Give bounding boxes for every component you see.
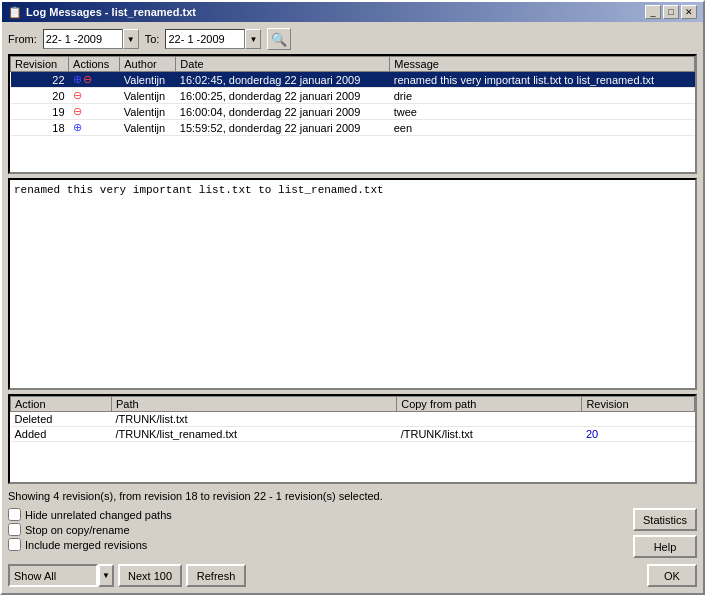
cell-date: 15:59:52, donderdag 22 januari 2009 [176, 120, 390, 136]
path-cell-revision: 20 [582, 427, 695, 442]
include-merged-checkbox[interactable] [8, 538, 21, 551]
col-author[interactable]: Author [120, 57, 176, 72]
cell-actions: ⊕ ⊖ [69, 72, 120, 88]
path-col-path[interactable]: Path [112, 397, 397, 412]
from-date-input[interactable] [43, 29, 123, 49]
cell-message: drie [390, 88, 695, 104]
content-area: From: ▼ To: ▼ 🔍 Revision Actions Author [2, 22, 703, 593]
cell-author: Valentijn [120, 88, 176, 104]
cell-actions: ⊖ [69, 104, 120, 120]
include-merged-label: Include merged revisions [25, 539, 147, 551]
path-table: Action Path Copy from path Revision Dele… [10, 396, 695, 442]
minimize-button[interactable]: _ [645, 5, 661, 19]
path-table-header: Action Path Copy from path Revision [11, 397, 695, 412]
window-icon: 📋 [8, 6, 22, 19]
show-all-input[interactable] [8, 564, 98, 587]
status-text: Showing 4 revision(s), from revision 18 … [8, 490, 383, 502]
cell-author: Valentijn [120, 104, 176, 120]
col-message[interactable]: Message [390, 57, 695, 72]
col-date[interactable]: Date [176, 57, 390, 72]
col-revision[interactable]: Revision [11, 57, 69, 72]
checkbox-row-1: Hide unrelated changed paths [8, 508, 172, 521]
from-date-dropdown[interactable]: ▼ [123, 29, 139, 49]
checkboxes-area: Hide unrelated changed paths Stop on cop… [8, 508, 172, 551]
cell-author: Valentijn [120, 120, 176, 136]
stop-on-copy-label: Stop on copy/rename [25, 524, 130, 536]
next-100-button[interactable]: Next 100 [118, 564, 182, 587]
statistics-button[interactable]: Statistics [633, 508, 697, 531]
log-table-header: Revision Actions Author Date Message [11, 57, 695, 72]
checkbox-row-2: Stop on copy/rename [8, 523, 172, 536]
cell-actions: ⊕ [69, 120, 120, 136]
maximize-button[interactable]: □ [663, 5, 679, 19]
log-table: Revision Actions Author Date Message 22 … [10, 56, 695, 136]
checkbox-row-3: Include merged revisions [8, 538, 172, 551]
cell-message: renamed this very important list.txt to … [390, 72, 695, 88]
action-delete-icon: ⊖ [73, 89, 82, 101]
hide-unrelated-label: Hide unrelated changed paths [25, 509, 172, 521]
from-label: From: [8, 33, 37, 45]
status-bar: Showing 4 revision(s), from revision 18 … [8, 488, 697, 504]
path-cell-path: /TRUNK/list.txt [112, 412, 397, 427]
refresh-button[interactable]: Refresh [186, 564, 246, 587]
action-modify-icon: ⊕ [73, 73, 82, 86]
title-bar-controls: _ □ ✕ [645, 5, 697, 19]
ok-button[interactable]: OK [647, 564, 697, 587]
from-date-combo: ▼ [43, 29, 139, 49]
action-delete-icon: ⊖ [83, 73, 92, 86]
cell-date: 16:00:25, donderdag 22 januari 2009 [176, 88, 390, 104]
path-cell-action: Added [11, 427, 112, 442]
action-delete-icon: ⊖ [73, 105, 82, 117]
path-cell-copy [397, 412, 582, 427]
to-date-combo: ▼ [165, 29, 261, 49]
path-col-action[interactable]: Action [11, 397, 112, 412]
log-table-container: Revision Actions Author Date Message 22 … [8, 54, 697, 174]
cell-message: een [390, 120, 695, 136]
title-bar: 📋 Log Messages - list_renamed.txt _ □ ✕ [2, 2, 703, 22]
action-add-icon: ⊕ [73, 121, 82, 133]
cell-message: twee [390, 104, 695, 120]
search-button[interactable]: 🔍 [267, 28, 291, 50]
cell-revision: 18 [11, 120, 69, 136]
to-date-dropdown[interactable]: ▼ [245, 29, 261, 49]
table-row[interactable]: 19 ⊖ Valentijn 16:00:04, donderdag 22 ja… [11, 104, 695, 120]
cell-date: 16:00:04, donderdag 22 januari 2009 [176, 104, 390, 120]
main-window: 📋 Log Messages - list_renamed.txt _ □ ✕ … [0, 0, 705, 595]
table-row[interactable]: 20 ⊖ Valentijn 16:00:25, donderdag 22 ja… [11, 88, 695, 104]
options-area: Hide unrelated changed paths Stop on cop… [8, 508, 697, 558]
window-title: Log Messages - list_renamed.txt [26, 6, 196, 18]
path-cell-action: Deleted [11, 412, 112, 427]
path-col-revision[interactable]: Revision [582, 397, 695, 412]
table-row[interactable]: 18 ⊕ Valentijn 15:59:52, donderdag 22 ja… [11, 120, 695, 136]
show-all-dropdown[interactable]: ▼ [98, 564, 114, 587]
top-bar: From: ▼ To: ▼ 🔍 [8, 28, 697, 50]
stop-on-copy-checkbox[interactable] [8, 523, 21, 536]
path-table-container: Action Path Copy from path Revision Dele… [8, 394, 697, 484]
message-area: renamed this very important list.txt to … [8, 178, 697, 390]
path-cell-revision [582, 412, 695, 427]
table-row[interactable]: Deleted /TRUNK/list.txt [11, 412, 695, 427]
cell-date: 16:02:45, donderdag 22 januari 2009 [176, 72, 390, 88]
show-all-combo: ▼ [8, 564, 114, 587]
cell-revision: 19 [11, 104, 69, 120]
title-bar-left: 📋 Log Messages - list_renamed.txt [8, 6, 196, 19]
table-row[interactable]: 22 ⊕ ⊖ Valentijn 16:02:45, donderdag 22 … [11, 72, 695, 88]
to-label: To: [145, 33, 160, 45]
cell-revision: 20 [11, 88, 69, 104]
cell-actions: ⊖ [69, 88, 120, 104]
help-button[interactable]: Help [633, 535, 697, 558]
table-row[interactable]: Added /TRUNK/list_renamed.txt /TRUNK/lis… [11, 427, 695, 442]
hide-unrelated-checkbox[interactable] [8, 508, 21, 521]
right-buttons: Statistics Help [633, 508, 697, 558]
close-button[interactable]: ✕ [681, 5, 697, 19]
to-date-input[interactable] [165, 29, 245, 49]
path-cell-path: /TRUNK/list_renamed.txt [112, 427, 397, 442]
path-col-copy-from[interactable]: Copy from path [397, 397, 582, 412]
col-actions[interactable]: Actions [69, 57, 120, 72]
bottom-bar: ▼ Next 100 Refresh OK [8, 562, 697, 587]
cell-revision: 22 [11, 72, 69, 88]
cell-author: Valentijn [120, 72, 176, 88]
bottom-left: ▼ Next 100 Refresh [8, 564, 246, 587]
ok-button-area: OK [647, 564, 697, 587]
path-cell-copy: /TRUNK/list.txt [397, 427, 582, 442]
